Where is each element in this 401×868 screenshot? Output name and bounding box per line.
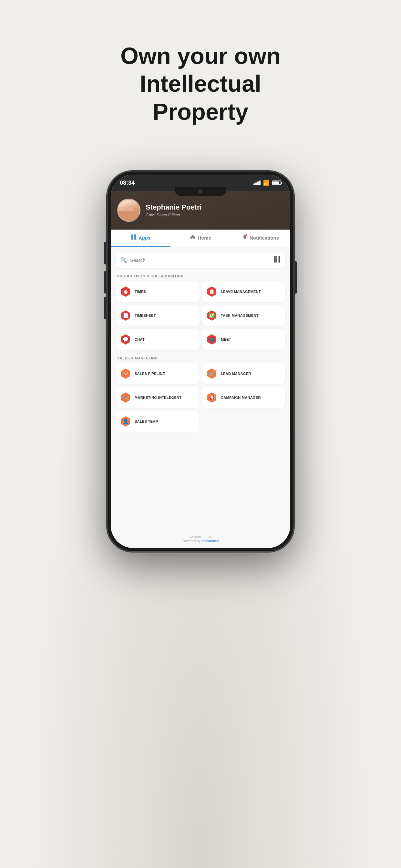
profile-info: Stephanie Poetri Chief Sales Officer xyxy=(146,203,202,217)
times-icon: ⏰ xyxy=(120,286,131,298)
app-pipeline[interactable]: ♡ SALES PIPELINE xyxy=(116,363,199,384)
task-icon: ✅ xyxy=(206,310,218,321)
search-icon: 🔍 xyxy=(120,257,127,263)
scroll-content[interactable]: 🔍 PRODUCTIVITY & COLLABORATION xyxy=(111,247,290,530)
svg-rect-6 xyxy=(275,256,276,262)
phone-frame: 08:34 📶 xyxy=(107,171,294,552)
battery-icon xyxy=(272,181,281,185)
search-input[interactable] xyxy=(130,257,270,263)
version-footer: Version 1.1.26 Powered by Jojonomic xyxy=(111,530,290,548)
salesteam-icon: 👤 xyxy=(120,415,131,427)
svg-point-4 xyxy=(245,235,247,237)
svg-rect-8 xyxy=(278,256,279,262)
status-icons: 📶 xyxy=(253,180,281,186)
svg-rect-5 xyxy=(274,256,275,262)
profile-job-title: Chief Sales Officer xyxy=(146,213,202,217)
tab-notifications[interactable]: Notifications xyxy=(230,229,290,247)
app-chat-label: CHAT xyxy=(135,337,145,342)
profile-header: Stephanie Poetri Chief Sales Officer xyxy=(111,191,290,229)
pipeline-icon: ♡ xyxy=(120,368,131,379)
app-campaign-label: CAMPAIGN MANAGER xyxy=(221,395,261,400)
tab-home[interactable]: Home xyxy=(171,229,230,247)
profile-name: Stephanie Poetri xyxy=(146,203,202,212)
sales-apps-grid: ♡ SALES PIPELINE 🔗 LEAD MANAGER xyxy=(116,363,285,432)
avatar xyxy=(117,198,141,222)
app-timesheet[interactable]: 📄 TIMESHEET xyxy=(116,305,199,326)
app-times-label: TIMES xyxy=(135,289,146,294)
svg-rect-0 xyxy=(131,235,133,237)
powered-by: Powered by Jojonomic xyxy=(116,539,285,543)
app-leave-label: LEAVE MANAGEMENT xyxy=(221,289,261,294)
section-label-productivity: PRODUCTIVITY & COLLABORATION xyxy=(116,274,285,278)
nav-tabs: Apps Home xyxy=(111,229,290,247)
signal-icon xyxy=(253,181,260,185)
meet-icon: 📹 xyxy=(206,334,218,345)
svg-rect-7 xyxy=(276,256,277,262)
app-timesheet-label: TIMESHEET xyxy=(135,313,156,318)
app-salesteam-label: SALES TEAM xyxy=(135,419,158,424)
notch xyxy=(175,187,226,196)
tab-notifications-label: Notifications xyxy=(250,235,279,241)
svg-rect-2 xyxy=(131,237,133,240)
home-icon xyxy=(190,234,196,242)
phone-screen: 08:34 📶 xyxy=(111,175,290,548)
app-marketing[interactable]: 🔧 MARKETING INTELEGENT xyxy=(116,387,199,408)
campaign-icon: 📢 xyxy=(206,392,218,403)
tab-home-label: Home xyxy=(197,235,211,241)
svg-rect-3 xyxy=(134,237,136,240)
camera-dot xyxy=(198,190,203,193)
page-title: Own your own Intellectual Property xyxy=(55,0,346,151)
productivity-apps-grid: ⏰ TIMES 📋 LEAVE MANAGEMENT xyxy=(116,281,285,350)
chat-icon: 💬 xyxy=(120,334,131,345)
app-task-label: TASK MANAGEMENT xyxy=(221,313,258,318)
app-times[interactable]: ⏰ TIMES xyxy=(116,281,199,302)
app-lead[interactable]: 🔗 LEAD MANAGER xyxy=(202,363,285,384)
app-leave[interactable]: 📋 LEAVE MANAGEMENT xyxy=(202,281,285,302)
phone-mockup: 08:34 📶 xyxy=(107,171,294,552)
app-meet-label: MEET xyxy=(221,337,231,342)
section-label-sales: SALES & MARKETING xyxy=(116,356,285,360)
search-bar[interactable]: 🔍 xyxy=(116,252,285,268)
status-time: 08:34 xyxy=(120,180,135,186)
version-text: Version 1.1.26 xyxy=(116,535,285,539)
tab-apps-label: Apps xyxy=(138,235,151,241)
bell-icon xyxy=(242,234,248,242)
leave-icon: 📋 xyxy=(206,286,218,298)
app-chat[interactable]: 💬 CHAT xyxy=(116,329,199,350)
app-campaign[interactable]: 📢 CAMPAIGN MANAGER xyxy=(202,387,285,408)
wifi-icon: 📶 xyxy=(263,180,270,186)
apps-icon xyxy=(131,234,136,242)
app-salesteam[interactable]: 👤 SALES TEAM xyxy=(116,411,199,432)
svg-rect-1 xyxy=(134,235,136,237)
svg-rect-9 xyxy=(279,256,280,262)
timesheet-icon: 📄 xyxy=(120,310,131,321)
app-pipeline-label: SALES PIPELINE xyxy=(135,371,165,376)
app-lead-label: LEAD MANAGER xyxy=(221,371,251,376)
lead-icon: 🔗 xyxy=(206,368,218,379)
tab-apps[interactable]: Apps xyxy=(111,229,171,247)
barcode-icon[interactable] xyxy=(274,256,281,265)
marketing-icon: 🔧 xyxy=(120,392,131,403)
app-meet[interactable]: 📹 MEET xyxy=(202,329,285,350)
app-task[interactable]: ✅ TASK MANAGEMENT xyxy=(202,305,285,326)
app-marketing-label: MARKETING INTELEGENT xyxy=(135,395,181,400)
